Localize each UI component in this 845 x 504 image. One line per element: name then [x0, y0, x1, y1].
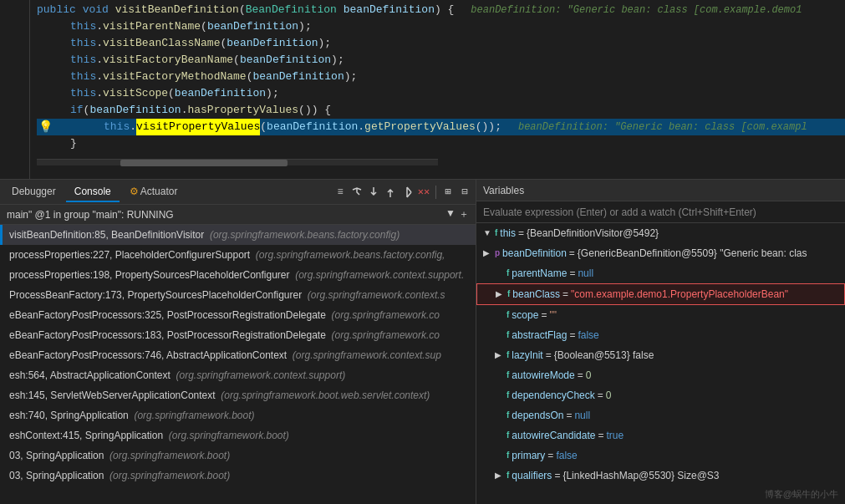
code-line-2: this . visitParentName ( beanDefinition …: [37, 18, 845, 35]
var-autowire-candidate[interactable]: f autowireCandidate = true: [476, 425, 845, 445]
plain: (: [168, 85, 175, 102]
field-icon-q: f: [506, 467, 509, 484]
plain: ) {: [435, 2, 454, 18]
kw: if: [70, 102, 84, 119]
plain: ()) {: [298, 102, 331, 119]
stack-frame-5[interactable]: eBeanFactoryPostProcessors:183, PostProc…: [0, 325, 476, 345]
var-bean-class[interactable]: f beanClass = "com.example.demo1.Propert…: [476, 283, 845, 305]
var-depends-on[interactable]: f dependsOn = null: [476, 405, 845, 425]
plain: (: [201, 18, 207, 35]
stack-frame-6[interactable]: eBeanFactoryPostProcessors:746, Abstract…: [0, 345, 476, 365]
var-scope[interactable]: f scope = "": [476, 305, 845, 325]
code-line-3: this . visitBeanClassName ( beanDefiniti…: [37, 35, 845, 52]
fn: visitFactoryBeanName: [103, 52, 233, 69]
stack-frame-10[interactable]: eshContext:415, SpringApplication (org.s…: [0, 425, 476, 445]
var-this[interactable]: f this = {BeanDefinitionVisitor@5492}: [476, 223, 845, 243]
plain: );: [318, 35, 332, 52]
code-content: public void visitBeanDefinition ( BeanDe…: [30, 0, 845, 179]
param: beanDefinition: [252, 69, 344, 85]
icon-step-over[interactable]: [349, 185, 364, 200]
var-dependency-check[interactable]: f dependencyCheck = 0: [476, 385, 845, 405]
highlighted-method: visitPropertyValues: [136, 119, 260, 135]
plain: [337, 2, 344, 18]
plain: );: [344, 69, 358, 85]
field-icon-pn: f: [506, 265, 509, 282]
variables-tree: f this = {BeanDefinitionVisitor@5492} p …: [476, 223, 845, 504]
param: beanDefinition: [227, 35, 318, 52]
bottom-panel: Debugger Console ⚙ Actuator ≡: [0, 180, 845, 504]
plain: .: [358, 119, 364, 135]
status-icons: ▼ ＋: [445, 207, 469, 221]
fn: hasPropertyValues: [187, 102, 298, 119]
var-abstract-flag[interactable]: f abstractFlag = false: [476, 325, 845, 345]
icon-step-out[interactable]: [383, 185, 398, 200]
expand-qualifiers[interactable]: [495, 467, 506, 484]
icon-stop[interactable]: ✕✕: [416, 185, 431, 200]
stack-frame-4[interactable]: eBeanFactoryPostProcessors:325, PostProc…: [0, 305, 476, 325]
debug-status-bar: main" @1 in group "main": RUNNING ▼ ＋: [0, 205, 476, 225]
kw: this: [70, 69, 96, 85]
code-line-5: this . visitFactoryMethodName ( beanDefi…: [37, 69, 845, 85]
debug-panel: Debugger Console ⚙ Actuator ≡: [0, 180, 476, 504]
icon-collapse[interactable]: ⊟: [457, 185, 472, 200]
tab-actuator[interactable]: ⚙ Actuator: [121, 182, 186, 202]
field-icon-this: f: [495, 225, 497, 242]
param: beanDefinition: [344, 2, 435, 18]
stack-frame-1[interactable]: processProperties:227, PlaceholderConfig…: [0, 245, 476, 265]
icon-frames[interactable]: ⊞: [440, 185, 456, 200]
field-icon-p2: f: [506, 447, 509, 464]
kw-this: this: [104, 119, 130, 135]
tab-console[interactable]: Console: [66, 182, 120, 202]
eval-bar[interactable]: Evaluate expression (Enter) or add a wat…: [476, 201, 845, 223]
plain: (: [239, 2, 246, 18]
var-qualifiers[interactable]: f qualifiers = {LinkedHashMap@5530} Size…: [476, 466, 845, 486]
icon-resume[interactable]: [400, 185, 415, 200]
stack-frame-3[interactable]: ProcessBeanFactory:173, PropertySourcesP…: [0, 285, 476, 305]
plain: );: [266, 85, 279, 102]
var-autowire-mode[interactable]: f autowireMode = 0: [476, 365, 845, 385]
code-line-8: 💡 this . visitPropertyValues ( beanDefin…: [37, 119, 845, 135]
line-numbers: [0, 0, 30, 179]
stack-frame-7[interactable]: esh:564, AbstractApplicationContext (org…: [0, 365, 476, 385]
expand-lazy[interactable]: [495, 347, 506, 364]
variables-panel: Variables Evaluate expression (Enter) or…: [476, 180, 845, 504]
stack-frame-9[interactable]: esh:740, SpringApplication (org.springfr…: [0, 405, 476, 425]
stack-frame-2[interactable]: processProperties:198, PropertySourcesPl…: [0, 265, 476, 285]
fn: visitFactoryMethodName: [103, 69, 247, 85]
expand-bean-def[interactable]: [483, 245, 495, 262]
plain: .: [130, 119, 136, 135]
fn: visitBeanDefinition: [115, 2, 239, 18]
plain: );: [298, 18, 312, 35]
stack-frame-12[interactable]: 03, SpringApplication (org.springframewo…: [0, 466, 476, 486]
filter-icon[interactable]: ▼: [445, 207, 456, 221]
icon-step-into[interactable]: [366, 185, 381, 200]
stack-frame-8[interactable]: esh:145, ServletWebServerApplicationCont…: [0, 385, 476, 405]
expand-bean-class[interactable]: [496, 286, 507, 303]
code-line-1: public void visitBeanDefinition ( BeanDe…: [37, 2, 845, 18]
plain: [76, 2, 83, 18]
fn: visitBeanClassName: [103, 35, 220, 52]
kw: void: [83, 2, 109, 18]
eval-placeholder: Evaluate expression (Enter) or add a wat…: [483, 206, 756, 218]
plain: (: [233, 52, 240, 69]
var-lazy-init[interactable]: f lazyInit = {Boolean@5513} false: [476, 345, 845, 365]
field-icon-scope: f: [506, 307, 509, 323]
plain: );: [331, 52, 344, 69]
kw: this: [70, 85, 96, 102]
icon-list[interactable]: ≡: [333, 185, 348, 200]
lightbulb-icon[interactable]: 💡: [38, 119, 53, 135]
var-parent-name[interactable]: f parentName = null: [476, 263, 845, 283]
add-watch-icon[interactable]: ＋: [459, 207, 469, 221]
code-line-6: this . visitScope ( beanDefinition );: [37, 85, 845, 102]
h-scrollbar[interactable]: [37, 159, 438, 165]
plain: [109, 2, 115, 18]
var-bean-definition[interactable]: p beanDefinition = {GenericBeanDefinitio…: [476, 243, 845, 263]
kw: this: [70, 52, 96, 69]
expand-this[interactable]: [483, 225, 495, 242]
var-primary[interactable]: f primary = false: [476, 445, 845, 466]
stack-frame-11[interactable]: 03, SpringApplication (org.springframewo…: [0, 445, 476, 466]
plain: .: [96, 18, 103, 35]
type: BeanDefinition: [246, 2, 337, 18]
tab-debugger[interactable]: Debugger: [3, 182, 64, 202]
stack-frame-0[interactable]: visitBeanDefinition:85, BeanDefinitionVi…: [0, 225, 476, 245]
